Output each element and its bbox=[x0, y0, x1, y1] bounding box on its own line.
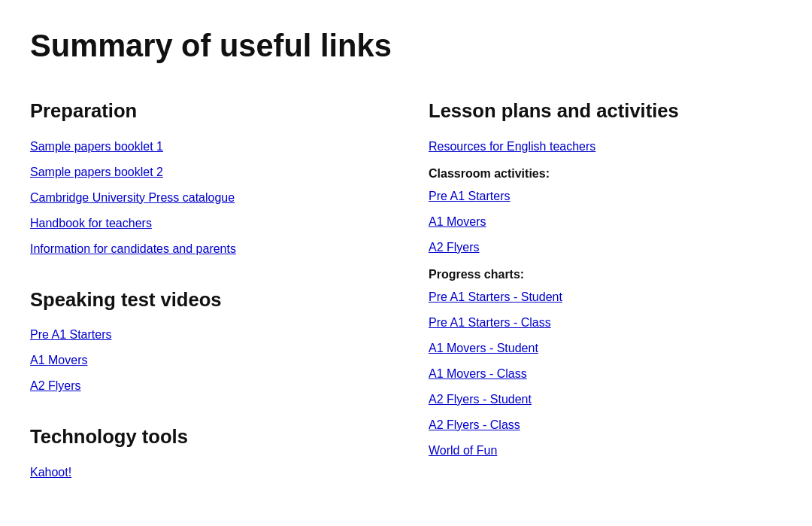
sub-section-link[interactable]: A2 Flyers - Class bbox=[429, 416, 782, 434]
page-title: Summary of useful links bbox=[30, 23, 782, 69]
section-heading: Preparation bbox=[30, 96, 383, 125]
sub-section-link[interactable]: A2 Flyers bbox=[429, 239, 782, 257]
sub-section-label: Progress charts: bbox=[429, 266, 782, 284]
section-heading: Technology tools bbox=[30, 422, 383, 451]
section-link[interactable]: Handbook for teachers bbox=[30, 214, 383, 233]
sub-section-link[interactable]: Pre A1 Starters - Student bbox=[429, 288, 782, 306]
left-column: PreparationSample papers booklet 1Sample… bbox=[30, 96, 383, 508]
section-link[interactable]: Information for candidates and parents bbox=[30, 240, 383, 258]
top-link[interactable]: Resources for English teachers bbox=[429, 138, 782, 156]
section-link[interactable]: Kahoot! bbox=[30, 464, 383, 482]
section-link[interactable]: Sample papers booklet 2 bbox=[30, 163, 383, 181]
left-section: Technology toolsKahoot! bbox=[30, 422, 383, 481]
left-section: Speaking test videosPre A1 StartersA1 Mo… bbox=[30, 285, 383, 395]
left-section: PreparationSample papers booklet 1Sample… bbox=[30, 96, 383, 257]
sub-section-link[interactable]: A1 Movers - Class bbox=[429, 365, 782, 383]
section-link[interactable]: Sample papers booklet 1 bbox=[30, 138, 383, 156]
sub-section-link[interactable]: Pre A1 Starters bbox=[429, 187, 782, 205]
section-heading: Speaking test videos bbox=[30, 285, 383, 314]
right-section: Lesson plans and activitiesResources for… bbox=[429, 96, 782, 459]
section-link[interactable]: Cambridge University Press catalogue bbox=[30, 189, 383, 207]
section-link[interactable]: Pre A1 Starters bbox=[30, 326, 383, 344]
sub-section-link[interactable]: A2 Flyers - Student bbox=[429, 391, 782, 409]
sub-section-label: Classroom activities: bbox=[429, 165, 782, 183]
section-link[interactable]: A1 Movers bbox=[30, 351, 383, 369]
sub-section-link[interactable]: World of Fun bbox=[429, 442, 782, 460]
sub-section-link[interactable]: A1 Movers - Student bbox=[429, 339, 782, 357]
section-link[interactable]: A2 Flyers bbox=[30, 377, 383, 395]
sub-section-link[interactable]: A1 Movers bbox=[429, 213, 782, 231]
right-column: Lesson plans and activitiesResources for… bbox=[429, 96, 782, 486]
right-section-heading: Lesson plans and activities bbox=[429, 96, 782, 125]
sub-section-link[interactable]: Pre A1 Starters - Class bbox=[429, 314, 782, 332]
